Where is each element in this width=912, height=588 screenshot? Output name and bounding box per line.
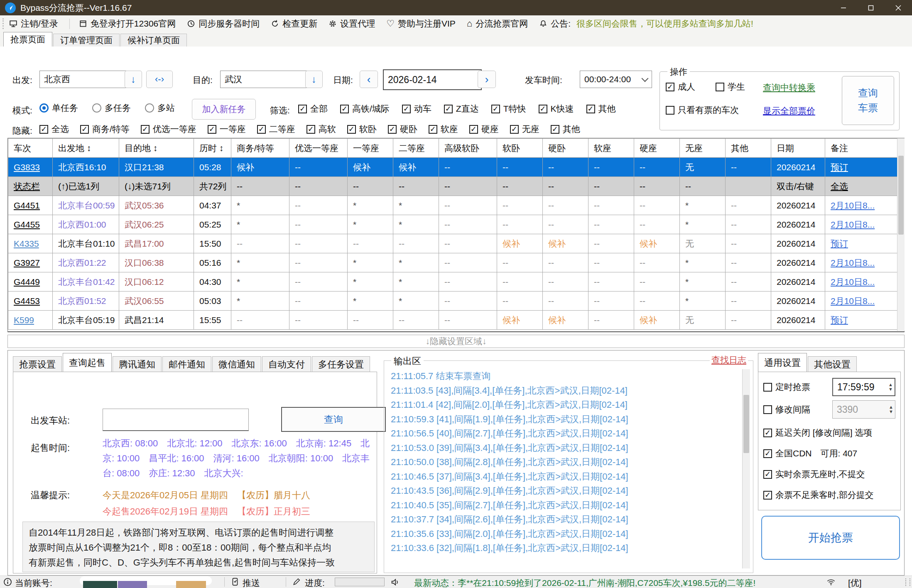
column-header[interactable]: 软座 [588,139,634,158]
cell-link[interactable]: 预订 [825,234,897,253]
cell-link[interactable]: 全选 [825,177,897,196]
column-header[interactable]: 高级软卧 [439,139,497,158]
filter-checkbox-2[interactable]: ✓动车 [402,103,431,115]
sale-query-button[interactable]: 查询 [281,407,386,432]
general-checkbox-1[interactable]: 修改间隔 [763,404,810,415]
cell-link[interactable]: 2月10日8... [825,196,897,215]
hide-checkbox-11[interactable]: ✓其他 [551,123,580,135]
cell-link[interactable]: 2月10日8... [825,215,897,234]
column-header[interactable]: 软卧 [497,139,543,158]
column-header[interactable]: 商务/特等 [231,139,289,158]
train-row[interactable]: G3833北京西16:10汉口21:3805:28候补--候补候补-------… [8,158,897,177]
sponsor-vip-button[interactable]: ♡ 赞助与注册VIP [386,18,456,29]
hide-checkbox-3[interactable]: ✓一等座 [208,123,246,135]
open-12306-button[interactable]: 免登录打开12306官网 [79,18,176,29]
cell-link[interactable]: K4335 [8,234,53,253]
settings-tab-6[interactable]: 多任务设置 [312,356,370,372]
main-tab-0[interactable]: 抢票页面 [3,32,52,47]
sync-time-button[interactable]: 同步服务器时间 [187,18,260,29]
general-tab-1[interactable]: 其他设置 [808,356,857,372]
cell-link[interactable]: 状态栏 [8,177,53,196]
push-label[interactable]: 推送 [243,577,260,588]
settings-tab-0[interactable]: 抢票设置 [13,356,62,372]
column-header[interactable]: 无座 [680,139,726,158]
cell-link[interactable]: G4451 [8,196,53,215]
settings-tab-2[interactable]: 腾讯通知 [113,356,162,372]
general-checkbox-2[interactable]: ✓延迟关闭 [修改间隔] 选项 [763,427,872,439]
table-scrollbar[interactable] [897,138,905,331]
adult-checkbox[interactable]: ✓成人 [666,81,695,93]
column-header[interactable]: 一等座 [348,139,393,158]
column-header[interactable]: 出发地 ↕ [53,139,119,158]
cell-link[interactable]: 预订 [825,158,897,177]
mode-radio-1[interactable]: 多任务 [92,102,131,114]
cell-link[interactable]: 2月10日8... [825,272,897,292]
column-header[interactable]: 二等座 [393,139,439,158]
to-input[interactable]: 武汉 [220,71,312,88]
general-tab-0[interactable]: 通用设置 [758,353,807,372]
spin-down-icon[interactable]: ▼ [888,387,893,392]
general-checkbox-3[interactable]: ✓全国CDN 可用: 407 [763,448,857,459]
hide-checkbox-0[interactable]: ✓全选 [39,123,69,135]
log-scrollbar-thumb[interactable] [743,395,749,453]
table-scrollbar-thumb[interactable] [898,156,904,235]
column-header[interactable]: 目的地 ↕ [119,139,194,158]
train-row[interactable]: G4449北京丰台01:42汉口06:1204:30*--**---------… [8,272,897,292]
logout-login-button[interactable]: 注销/登录 [9,18,58,29]
log-scrollbar[interactable] [742,369,750,568]
column-header[interactable]: 车次 [8,139,53,158]
column-header[interactable]: 优选一等座 [289,139,348,158]
push-icon[interactable] [231,578,239,586]
train-row[interactable]: G3927北京西01:22汉口06:3805:16*--**----------… [8,253,897,272]
column-header[interactable]: 日期 [771,139,825,158]
spinner-arrows[interactable]: ▲▼ [889,405,893,414]
filter-checkbox-5[interactable]: ✓K快速 [539,103,574,115]
timer-input[interactable]: 17:59:59▲▼ [832,378,895,396]
hide-checkbox-5[interactable]: ✓高软 [306,123,336,135]
cell-link[interactable]: K599 [8,311,53,330]
station-input[interactable] [103,409,249,431]
settings-tab-5[interactable]: 自动支付 [262,356,311,372]
hide-checkbox-1[interactable]: ✓商务/特等 [80,123,130,135]
cell-link[interactable]: G4449 [8,272,53,292]
maximize-button[interactable] [857,0,885,15]
filter-checkbox-3[interactable]: ✓Z直达 [444,103,479,115]
check-update-button[interactable]: 检查更新 [271,18,317,29]
query-ticket-button[interactable]: 查询车票 [842,76,894,125]
hide-checkbox-7[interactable]: ✓硬卧 [388,123,417,135]
hide-checkbox-8[interactable]: ✓软座 [429,123,458,135]
add-task-button[interactable]: 加入新任务 [192,99,256,120]
student-checkbox[interactable]: 学生 [716,81,745,93]
hide-checkbox-9[interactable]: ✓硬座 [469,123,499,135]
minimize-button[interactable] [830,0,857,15]
hide-checkbox-2[interactable]: ✓优选一等座 [141,123,196,135]
hide-checkbox-10[interactable]: ✓无座 [510,123,539,135]
settings-tab-3[interactable]: 邮件通知 [162,356,211,372]
column-header[interactable]: 历时 ↕ [194,139,231,158]
train-row[interactable]: G4453北京西01:52武汉06:5505:03*--**----------… [8,292,897,311]
main-tab-2[interactable]: 候补订单页面 [120,34,187,47]
date-input[interactable]: 2026-02-14 [383,69,482,90]
column-header[interactable]: 硬卧 [543,139,588,158]
date-prev-button[interactable]: ‹ [360,71,378,88]
settings-tab-4[interactable]: 微信通知 [212,356,261,372]
general-checkbox-0[interactable]: 定时抢票 [763,381,810,393]
cell-link[interactable]: G4453 [8,292,53,311]
train-row[interactable]: K4335北京丰台01:10武昌17:0015:50----------候补候补… [8,234,897,253]
hide-settings-bar[interactable]: ↓隐藏设置区域↓ [7,335,905,348]
only-ticket-checkbox[interactable]: 只看有票的车次 [666,104,739,116]
from-dropdown-button[interactable]: ↓ [125,71,142,88]
to-dropdown-button[interactable]: ↓ [305,71,323,88]
date-next-button[interactable]: › [478,71,496,88]
cell-link[interactable]: G3833 [8,158,53,177]
from-input[interactable]: 北京西 [39,71,132,88]
train-row[interactable]: G4451北京丰台00:59武汉05:3604:37*--**---------… [8,196,897,215]
show-price-link[interactable]: 显示全部票价 [763,105,815,117]
mode-radio-2[interactable]: 多站 [145,102,175,114]
cell-link[interactable]: 2月10日8... [825,292,897,311]
train-row[interactable]: G4455北京西01:00武汉06:2505:25*--**----------… [8,215,897,234]
general-checkbox-5[interactable]: ✓余票不足乘客时,部分提交 [763,489,874,501]
status-row[interactable]: 状态栏(↑)已选1列(↓)未选71列共72列------------------… [8,177,897,196]
train-row[interactable]: K599北京丰台05:19武昌21:1415:55----------候补候补-… [8,311,897,330]
cell-link[interactable]: G3927 [8,253,53,272]
